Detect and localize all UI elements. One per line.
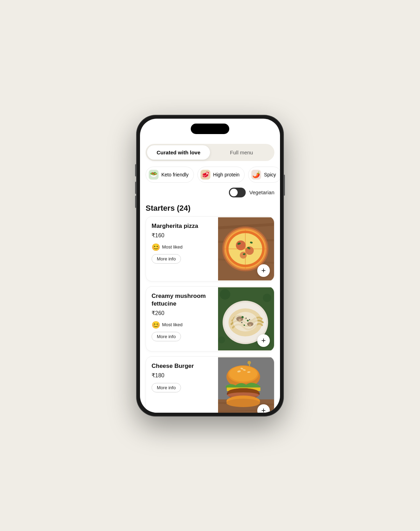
svg-point-9 [240,252,247,259]
smiley-icon-pasta: 😊 [152,321,160,329]
pizza-most-liked: 😊 Most liked [152,243,183,251]
keto-icon: 🥗 [149,170,159,180]
phone-screen: Curated with love Full menu 🥗 Keto frien… [140,119,280,413]
phone-frame: Curated with love Full menu 🥗 Keto frien… [136,115,284,416]
pizza-add-btn[interactable]: + [257,264,270,277]
burger-actions: More info [152,383,213,392]
filter-chip-keto[interactable]: 🥗 Keto friendly [146,167,194,183]
protein-label: High protein [213,172,240,177]
tab-switcher: Curated with love Full menu [146,144,274,161]
pasta-price: ₹260 [152,310,213,316]
pizza-name: Margherita pizza [152,222,213,230]
svg-point-19 [263,294,271,302]
dynamic-island [191,124,229,134]
filter-row: 🥗 Keto friendly 🥩 High protein 🌶️ Spicy [140,161,280,183]
pasta-most-liked: 😊 Most liked [152,321,183,329]
pasta-more-info-btn[interactable]: More info [152,332,181,341]
svg-rect-28 [249,324,251,327]
svg-point-18 [220,289,230,300]
menu-card-pizza: Margherita pizza ₹160 😊 Most liked More … [146,216,274,281]
protein-icon: 🥩 [201,170,210,180]
burger-image: + [218,357,274,413]
menu-card-burger: Cheese Burger ₹180 More info [146,356,274,413]
svg-point-31 [244,324,245,326]
menu-card-pasta: Creamy mushroom fettucine ₹260 😊 Most li… [146,286,274,351]
svg-point-24 [233,312,258,331]
pizza-price: ₹160 [152,232,213,239]
pasta-image: + [218,287,274,351]
tab-full-menu[interactable]: Full menu [210,145,273,160]
menu-cards: Margherita pizza ₹160 😊 Most liked More … [140,216,280,413]
burger-svg [218,357,274,413]
pasta-add-btn[interactable]: + [257,334,270,347]
svg-point-30 [247,320,249,321]
svg-point-33 [241,322,243,323]
svg-point-34 [249,319,250,320]
spicy-label: Spicy [264,172,276,177]
keto-label: Keto friendly [161,172,189,177]
svg-point-53 [226,399,260,407]
smiley-icon-pizza: 😊 [152,243,160,251]
burger-more-info-btn[interactable]: More info [152,383,181,392]
pizza-liked-label: Most liked [162,244,183,250]
svg-point-29 [241,316,244,318]
svg-rect-26 [239,319,241,322]
vegetarian-row: Vegetarian [140,183,280,197]
filter-chip-protein[interactable]: 🥩 High protein [197,167,245,183]
burger-name: Cheese Burger [152,362,213,370]
vegetarian-toggle[interactable] [229,188,246,197]
svg-point-40 [247,361,251,364]
vegetarian-label: Vegetarian [249,189,274,195]
toggle-thumb [230,189,238,196]
spicy-icon: 🌶️ [251,170,261,180]
card-info-burger: Cheese Burger ₹180 More info [146,357,218,413]
pasta-actions: 😊 Most liked More info [152,321,213,341]
card-info-pasta: Creamy mushroom fettucine ₹260 😊 Most li… [146,287,218,351]
pasta-liked-label: Most liked [162,322,183,327]
section-title: Starters (24) [140,197,280,216]
svg-point-32 [246,317,247,319]
svg-point-43 [229,366,257,382]
pizza-more-info-btn[interactable]: More info [152,254,181,264]
burger-price: ₹180 [152,372,213,379]
screen-content: Curated with love Full menu 🥗 Keto frien… [140,119,280,413]
card-info-pizza: Margherita pizza ₹160 😊 Most liked More … [146,217,218,281]
pasta-name: Creamy mushroom fettucine [152,292,213,308]
pizza-actions: 😊 Most liked More info [152,243,213,264]
tab-curated[interactable]: Curated with love [147,145,210,160]
pizza-image: + [218,217,274,281]
filter-chip-spicy[interactable]: 🌶️ Spicy [248,167,280,183]
svg-point-20 [218,336,225,343]
